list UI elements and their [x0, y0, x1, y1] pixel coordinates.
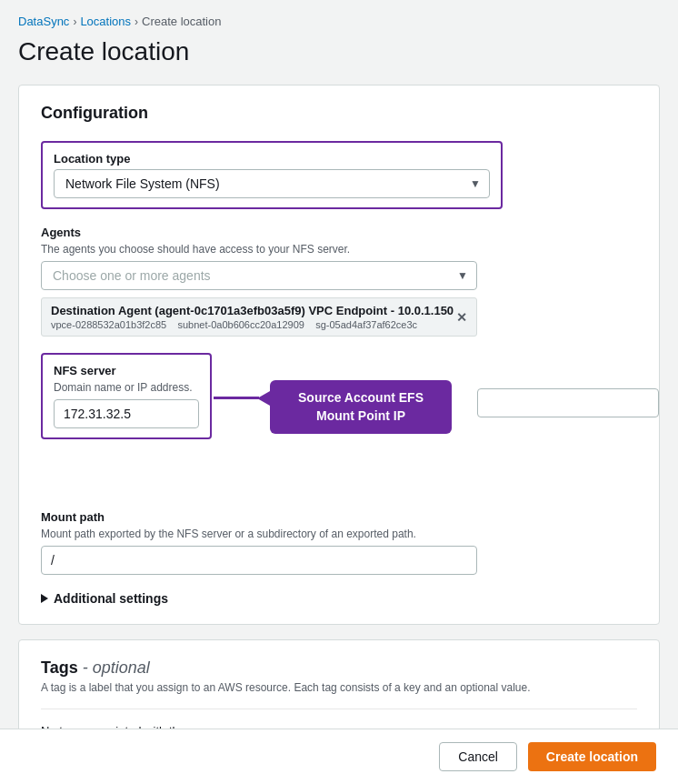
breadcrumb-locations[interactable]: Locations [80, 15, 131, 28]
agent-tag-remove-button[interactable]: ✕ [456, 310, 467, 325]
agents-label: Agents [41, 226, 637, 239]
location-type-select-wrapper: Network File System (NFS) ▼ [54, 169, 490, 198]
cancel-button[interactable]: Cancel [439, 742, 517, 771]
agent-tag-info: Destination Agent (agent-0c1701a3efb03a5… [51, 304, 454, 330]
agents-description: The agents you choose should have access… [41, 243, 637, 256]
breadcrumb-sep1: › [73, 15, 76, 28]
nfs-server-section: NFS server Domain name or IP address. 17… [41, 353, 637, 456]
nfs-server-right-section [477, 353, 659, 417]
nfs-server-label: NFS server [54, 364, 199, 377]
location-type-select[interactable]: Network File System (NFS) [54, 169, 490, 198]
additional-settings-label: Additional settings [54, 591, 168, 606]
agent-tag-main: Destination Agent (agent-0c1701a3efb03a5… [51, 304, 454, 317]
create-location-button[interactable]: Create location [528, 742, 656, 771]
agent-tag-vpce: vpce-0288532a01b3f2c85 [51, 319, 166, 330]
nfs-server-input[interactable]: 172.31.32.5 [54, 399, 199, 428]
tooltip-line [214, 397, 259, 399]
page-title: Create location [18, 37, 660, 66]
configuration-title: Configuration [41, 104, 637, 123]
tags-divider [41, 709, 637, 709]
nfs-server-description: Domain name or IP address. [54, 381, 199, 394]
nfs-server-box: NFS server Domain name or IP address. 17… [41, 353, 212, 439]
breadcrumb-sep2: › [135, 15, 138, 28]
agent-tag-sg: sg-05ad4af37af62ce3c [315, 319, 417, 330]
tags-title: Tags - optional [41, 658, 637, 678]
breadcrumb-current: Create location [142, 15, 221, 28]
location-type-section: Location type Network File System (NFS) … [41, 141, 503, 209]
tooltip-arrow-wrapper: Source Account EFS Mount Point IP [214, 371, 452, 425]
additional-settings-toggle[interactable]: Additional settings [41, 591, 637, 606]
agents-select[interactable]: Choose one or more agents [41, 261, 477, 290]
agents-select-wrapper: Choose one or more agents ▼ [41, 261, 477, 290]
agent-tag: Destination Agent (agent-0c1701a3efb03a5… [41, 297, 477, 337]
mount-path-description: Mount path exported by the NFS server or… [41, 528, 637, 540]
tooltip-container: Source Account EFS Mount Point IP [214, 371, 452, 425]
mount-path-label: Mount path [41, 510, 637, 524]
tooltip-arrowhead [257, 391, 270, 406]
location-type-label: Location type [54, 152, 490, 166]
tags-description: A tag is a label that you assign to an A… [41, 681, 637, 694]
tooltip-bubble: Source Account EFS Mount Point IP [270, 380, 452, 434]
breadcrumb: DataSync › Locations › Create location [18, 15, 660, 28]
additional-settings-arrow-icon [41, 594, 48, 603]
nfs-server-right-input[interactable] [477, 388, 659, 417]
mount-path-input[interactable]: / [41, 546, 477, 575]
agent-tag-sub: vpce-0288532a01b3f2c85 subnet-0a0b606cc2… [51, 319, 454, 330]
mount-path-section: Mount path Mount path exported by the NF… [41, 510, 637, 575]
tags-optional-label: - optional [83, 658, 150, 677]
configuration-card: Configuration Location type Network File… [18, 85, 660, 625]
agents-section: Agents The agents you choose should have… [41, 226, 637, 337]
footer-bar: Cancel Create location [0, 729, 678, 784]
agent-tag-subnet: subnet-0a0b606cc20a12909 [177, 319, 304, 330]
breadcrumb-datasync[interactable]: DataSync [18, 15, 69, 28]
